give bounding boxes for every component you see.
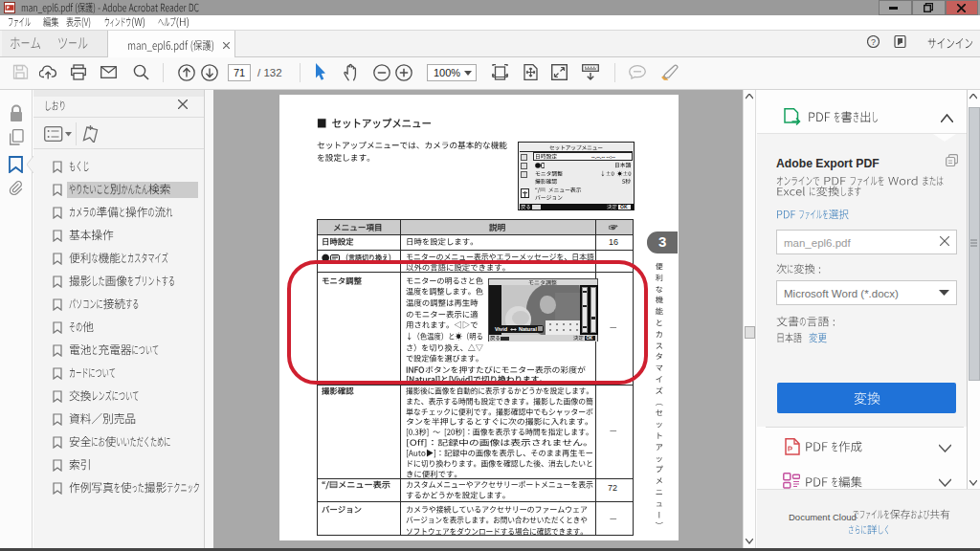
svg-text:?: ? xyxy=(871,37,876,47)
